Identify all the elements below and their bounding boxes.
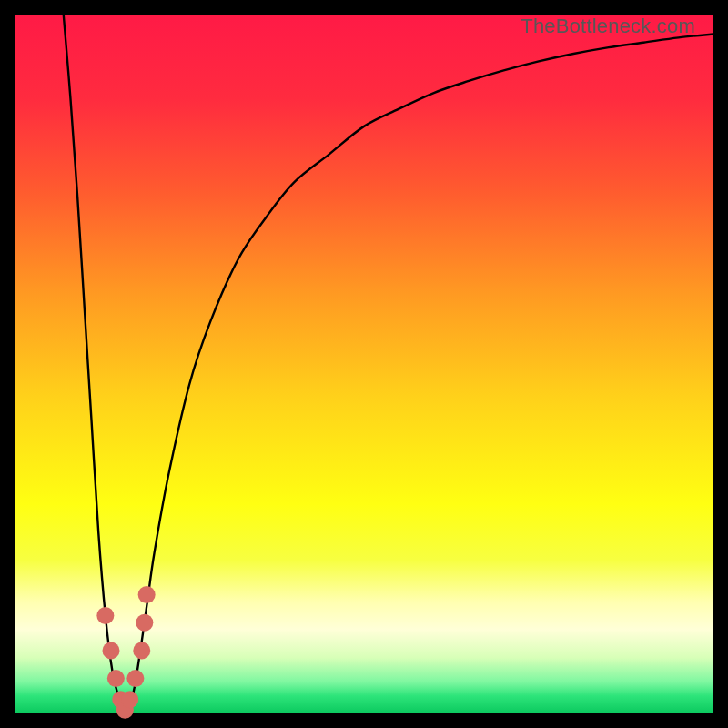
- curve-marker-dot: [136, 614, 153, 632]
- curve-marker-dot: [126, 670, 144, 687]
- curve-marker-dot: [96, 607, 114, 624]
- curve-marker-dot: [121, 691, 138, 708]
- watermark-text: TheBottleneck.com: [521, 15, 695, 38]
- curve-marker-dot: [138, 586, 156, 603]
- curve-marker-dot: [133, 642, 150, 659]
- curve-marker-dot: [102, 642, 119, 659]
- chart-plot-layer: [15, 15, 713, 713]
- bottleneck-curve: [64, 15, 713, 713]
- chart-frame: TheBottleneck.com: [15, 15, 713, 713]
- curve-marker-dot: [107, 670, 125, 687]
